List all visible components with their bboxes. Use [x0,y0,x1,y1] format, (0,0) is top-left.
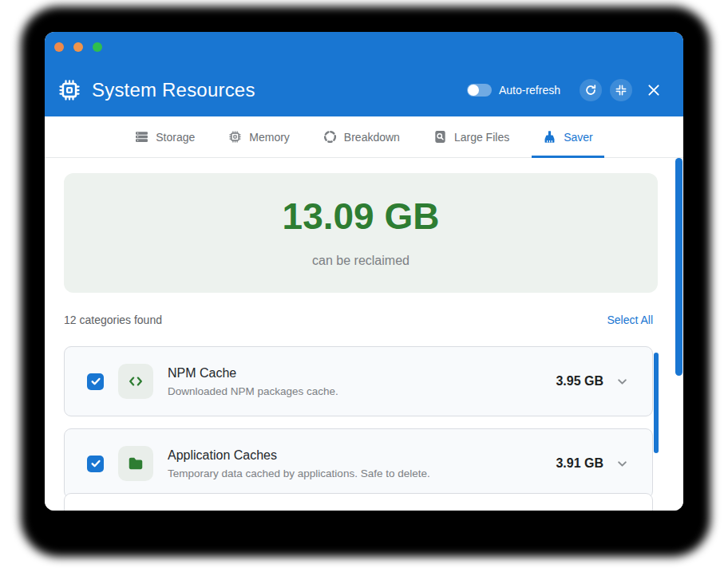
check-icon [90,458,101,469]
tab[interactable]: Storage [124,116,206,157]
compress-button[interactable] [610,79,632,101]
compress-icon [615,84,627,97]
category-text: NPM Cache Downloaded NPM packages cache. [168,366,556,397]
select-all-link[interactable]: Select All [607,314,653,326]
category-text: Application Caches Temporary data cached… [168,448,556,479]
category-description: Downloaded NPM packages cache. [168,385,556,397]
refresh-icon [584,84,597,97]
window-title: System Resources [92,79,255,101]
chip-icon [228,130,242,144]
tab-label: Saver [564,131,593,144]
tab-label: Storage [156,131,195,144]
auto-refresh-toggle[interactable] [467,84,492,97]
system-resources-window: System Resources Auto-refresh Storage [45,32,683,511]
window-scrollbar[interactable] [675,158,682,376]
check-icon [90,376,101,387]
screenshot-stage: System Resources Auto-refresh Storage [0,0,728,568]
tab-bar: Storage Memory Breakdown Large Files [45,116,683,158]
category-list: NPM Cache Downloaded NPM packages cache.… [64,346,653,511]
category-name: NPM Cache [168,366,556,381]
saver-content: 13.09 GB can be reclaimed 12 categories … [45,158,683,511]
tab-label: Large Files [454,131,509,144]
list-scrollbar[interactable] [654,353,659,453]
category-description: Temporary data cached by applications. S… [168,467,556,479]
category-card[interactable]: Application Caches Temporary data cached… [64,428,653,499]
close-button[interactable] [643,80,664,101]
zoom-traffic-dot[interactable] [93,42,102,52]
category-card-partial[interactable] [64,493,653,511]
category-size: 3.91 GB [556,456,603,471]
chip-icon [57,78,81,102]
reclaim-amount: 13.09 GB [283,198,440,235]
categories-count: 12 categories found [64,314,162,326]
category-checkbox[interactable] [87,456,104,472]
minimize-traffic-dot[interactable] [73,42,83,52]
chevron-down-icon[interactable] [616,376,628,388]
reclaim-summary-panel: 13.09 GB can be reclaimed [64,173,658,293]
storage-icon [135,130,148,144]
tab[interactable]: Saver [532,116,604,157]
category-name: Application Caches [168,448,556,463]
chevron-down-icon[interactable] [616,458,628,470]
close-icon [647,83,661,97]
category-size: 3.95 GB [556,374,603,389]
folder-icon [127,455,144,472]
category-card[interactable]: NPM Cache Downloaded NPM packages cache.… [64,346,653,416]
reclaim-caption: can be reclaimed [312,254,410,268]
titlebar-row: System Resources Auto-refresh [57,75,664,105]
file-search-icon [433,130,447,144]
close-traffic-dot[interactable] [54,42,64,52]
list-header: 12 categories found Select All [64,311,653,329]
tab-label: Memory [249,131,290,144]
titlebar: System Resources Auto-refresh [45,32,683,116]
code-icon [127,373,144,390]
auto-refresh-label: Auto-refresh [499,84,560,97]
refresh-button[interactable] [580,79,602,101]
traffic-lights [54,42,102,52]
tab[interactable]: Memory [217,116,301,157]
tab-label: Breakdown [344,131,400,144]
category-checkbox[interactable] [87,373,104,390]
tab[interactable]: Breakdown [312,116,411,157]
broom-icon [543,130,556,144]
tab[interactable]: Large Files [422,116,520,157]
toggle-knob [468,85,479,96]
breakdown-icon [323,130,337,144]
